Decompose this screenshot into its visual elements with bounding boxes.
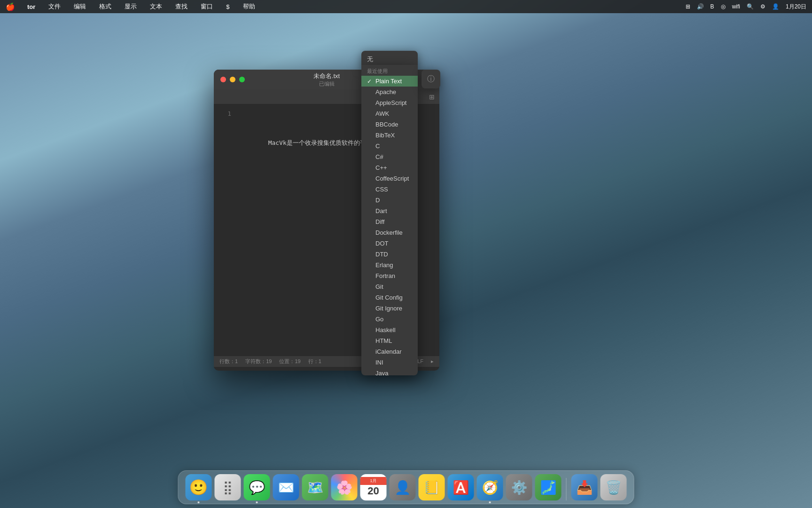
status-pos-label: 位置： [279,358,295,364]
window-minimize-button[interactable] [230,77,235,82]
window-maximize-button[interactable] [239,77,245,82]
syntax-dropdown[interactable]: 最近使用 ✓ Plain Text Apache AppleScript AWK… [361,65,418,375]
syntax-item-fortran[interactable]: Fortran [361,270,418,281]
dock-item-appstore[interactable]: 🅰️ [448,474,474,500]
dock-item-sharefile[interactable]: 📥 [571,474,598,500]
syntax-item-html[interactable]: HTML [361,335,418,346]
syntax-item-dtd[interactable]: DTD [361,249,418,260]
menubar-control-icon[interactable]: ⚙ [760,3,765,10]
status-pos-value: 19 [295,358,300,364]
dock-item-contacts[interactable]: 👤 [390,474,416,500]
menubar-date[interactable]: 1月20日 [786,3,806,11]
menubar-text[interactable]: 文本 [147,1,165,12]
dock: 🙂 ⣿ 💬 ✉️ 🗺️ 🌸 1月 20 👤 📒 🅰️ 🧭 ⚙️ 🗾 [178,470,634,504]
syntax-item-gitconfig[interactable]: Git Config [361,292,418,303]
syntax-item-d[interactable]: D [361,195,418,206]
status-row-label: 行： [308,358,319,364]
menubar-left: 🍎 tor 文件 编辑 格式 显示 文本 查找 窗口 $ 帮助 [6,1,258,12]
dock-item-maps[interactable]: 🗺️ [302,474,328,500]
info-icon: ⓘ [427,74,435,84]
syntax-item-diff[interactable]: Diff [361,216,418,227]
dock-item-photos[interactable]: 🌸 [331,474,358,500]
window-close-button[interactable] [220,77,226,82]
syntax-item-css[interactable]: CSS [361,184,418,195]
info-panel-button[interactable]: ⓘ [422,70,440,88]
syntax-item-haskell[interactable]: Haskell [361,325,418,335]
menubar-window[interactable]: 窗口 [198,1,216,12]
syntax-label-awk: AWK [375,110,389,117]
syntax-label-fortran: Fortran [375,272,395,279]
sharefile-icon: 📥 [576,480,593,495]
syntax-label-dart: Dart [375,207,387,214]
syntax-item-ini[interactable]: INI [361,357,418,368]
syntax-label-gitignore: Git Ignore [375,305,402,312]
menubar-edit[interactable]: 编辑 [71,1,89,12]
calendar-month: 1月 [360,477,387,485]
syntax-item-bibtex[interactable]: BibTeX [361,130,418,141]
dock-item-maps2[interactable]: 🗾 [535,474,562,500]
syntax-header-text: 无 [367,56,373,63]
contacts-icon: 👤 [394,480,411,495]
syntax-label-cpp: C++ [375,164,387,171]
status-lines-label: 行数： [219,358,235,364]
menubar-file[interactable]: 文件 [46,1,63,12]
syntax-item-gitignore[interactable]: Git Ignore [361,303,418,314]
syntax-label-apache: Apache [375,88,396,95]
syntax-recent-label: 最近使用 [361,65,418,76]
menubar-app-name[interactable]: tor [24,2,38,11]
dock-item-trash[interactable]: 🗑️ [601,474,627,500]
dock-item-safari[interactable]: 🧭 [477,474,503,500]
syntax-item-cpp[interactable]: C++ [361,162,418,173]
dock-item-finder[interactable]: 🙂 [186,474,212,500]
menubar-user-icon[interactable]: 👤 [772,3,779,10]
dock-item-system-preferences[interactable]: ⚙️ [506,474,532,500]
menubar-find[interactable]: 查找 [172,1,190,12]
toolbar-grid-icon[interactable]: ⊞ [429,93,435,101]
syntax-item-java[interactable]: Java [361,368,418,375]
syntax-item-dot[interactable]: DOT [361,238,418,249]
syntax-label-icalendar: iCalendar [375,348,402,355]
syntax-label-d: D [375,197,380,204]
syntax-item-applescript[interactable]: AppleScript [361,97,418,108]
dock-item-calendar[interactable]: 1月 20 [360,474,387,500]
dock-item-messages[interactable]: 💬 [244,474,270,500]
syntax-item-plaintext[interactable]: ✓ Plain Text [361,76,418,87]
status-lines-value: 1 [235,358,238,364]
menubar-screen-icon: ⊞ [686,3,690,10]
menubar-help[interactable]: 帮助 [240,1,258,12]
syntax-label-coffeescript: CoffeeScript [375,175,409,182]
menubar-view[interactable]: 显示 [122,1,140,12]
syntax-item-apache[interactable]: Apache [361,87,418,97]
syntax-item-awk[interactable]: AWK [361,108,418,119]
syntax-item-c[interactable]: C [361,141,418,151]
syntax-item-icalendar[interactable]: iCalendar [361,346,418,357]
syntax-item-coffeescript[interactable]: CoffeeScript [361,173,418,184]
menubar-status-icon[interactable]: B [710,3,714,10]
syntax-label-dtd: DTD [375,251,388,258]
syntax-item-git[interactable]: Git [361,281,418,292]
menubar-dollar[interactable]: $ [223,2,232,11]
menubar-wifi-icon[interactable]: wifi [732,3,740,10]
syntax-item-dockerfile[interactable]: Dockerfile [361,227,418,238]
syntax-item-go[interactable]: Go [361,314,418,325]
status-encoding: LF [417,358,423,365]
syntax-label-c: C [375,143,380,150]
dock-item-launchpad[interactable]: ⣿ [215,474,241,500]
syntax-item-erlang[interactable]: Erlang [361,260,418,270]
dock-item-mail[interactable]: ✉️ [273,474,299,500]
checkmark-icon: ✓ [367,78,373,85]
menubar: 🍎 tor 文件 编辑 格式 显示 文本 查找 窗口 $ 帮助 ⊞ 🔊 B ◎ … [0,0,812,13]
dock-item-notes[interactable]: 📒 [419,474,445,500]
syntax-item-csharp[interactable]: C# [361,151,418,162]
apple-menu-icon[interactable]: 🍎 [6,2,15,11]
syntax-item-dart[interactable]: Dart [361,206,418,216]
syntax-label-java: Java [375,370,388,375]
menubar-volume-icon[interactable]: 🔊 [697,3,704,10]
dock-separator [566,478,567,500]
menubar-search-icon[interactable]: 🔍 [747,3,754,10]
finder-icon: 🙂 [189,478,208,496]
menubar-format[interactable]: 格式 [96,1,114,12]
menubar-siri-icon[interactable]: ◎ [721,3,726,10]
syntax-label-dot: DOT [375,240,388,247]
syntax-item-bbcode[interactable]: BBCode [361,119,418,130]
